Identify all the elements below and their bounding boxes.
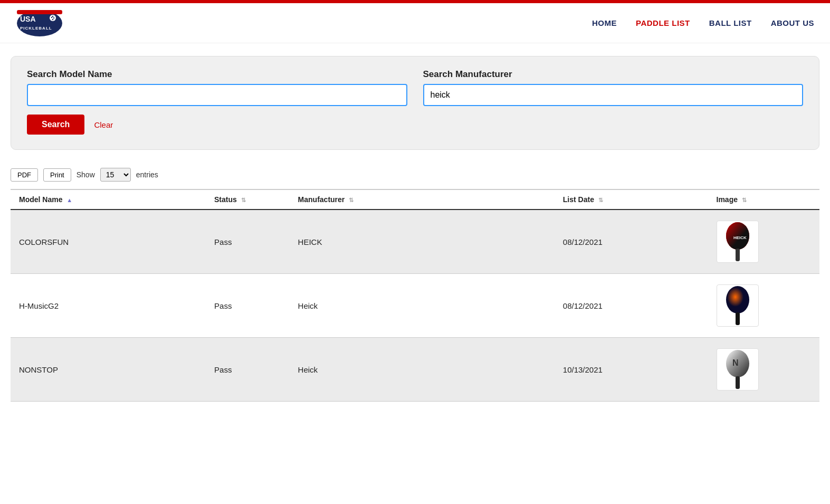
model-name-label: Search Model Name [27, 69, 407, 80]
main-nav: HOME PADDLE LIST BALL LIST ABOUT US [592, 18, 814, 27]
table-row: NONSTOP Pass Heick 10/13/2021 [11, 338, 819, 402]
status-sort-icon: ⇅ [241, 197, 246, 204]
status-cell: Pass [206, 274, 290, 338]
col-header-list-date[interactable]: List Date ⇅ [555, 189, 708, 210]
model-name-group: Search Model Name [27, 69, 407, 106]
paddle-table: Model Name ▲ Status ⇅ Manufacturer ⇅ Lis… [11, 189, 819, 402]
model-name-cell: NONSTOP [11, 338, 206, 402]
col-header-status[interactable]: Status ⇅ [206, 189, 290, 210]
svg-point-13 [726, 286, 749, 313]
manufacturer-sort-icon: ⇅ [349, 197, 354, 204]
svg-point-6 [52, 16, 53, 17]
search-actions: Search Clear [27, 115, 803, 135]
paddle-image-colorsfun: HEICK [717, 221, 759, 263]
svg-point-8 [52, 19, 53, 20]
pdf-button[interactable]: PDF [11, 168, 38, 182]
nav-ball-list[interactable]: BALL LIST [709, 18, 752, 27]
manufacturer-input[interactable] [423, 84, 804, 106]
table-row: COLORSFUN Pass HEICK 08/12/2021 [11, 210, 819, 274]
svg-text:USA: USA [20, 15, 36, 23]
svg-text:HEICK: HEICK [733, 235, 747, 240]
show-label: Show [77, 170, 95, 179]
table-body: COLORSFUN Pass HEICK 08/12/2021 [11, 210, 819, 402]
svg-rect-11 [736, 249, 740, 261]
model-name-cell: COLORSFUN [11, 210, 206, 274]
svg-rect-1 [17, 10, 62, 14]
table-header: Model Name ▲ Status ⇅ Manufacturer ⇅ Lis… [11, 189, 819, 210]
manufacturer-cell: HEICK [290, 210, 555, 274]
search-button[interactable]: Search [27, 115, 84, 135]
search-row: Search Model Name Search Manufacturer [27, 69, 803, 106]
status-cell: Pass [206, 210, 290, 274]
date-cell: 10/13/2021 [555, 338, 708, 402]
table-row: H-MusicG2 Pass Heick 08/12/2021 [11, 274, 819, 338]
date-cell: 08/12/2021 [555, 210, 708, 274]
search-panel: Search Model Name Search Manufacturer Se… [11, 56, 819, 150]
model-name-input[interactable] [27, 84, 407, 106]
nav-about-us[interactable]: ABOUT US [771, 18, 814, 27]
svg-point-5 [51, 17, 52, 18]
table-wrapper: Model Name ▲ Status ⇅ Manufacturer ⇅ Lis… [0, 189, 830, 402]
paddle-image-nonstop: N [717, 348, 759, 391]
svg-point-4 [50, 15, 56, 21]
manufacturer-cell: Heick [290, 274, 555, 338]
svg-rect-14 [736, 312, 740, 325]
manufacturer-cell: Heick [290, 338, 555, 402]
image-sort-icon: ⇅ [742, 197, 747, 204]
col-header-model-name[interactable]: Model Name ▲ [11, 189, 206, 210]
svg-text:PICKLEBALL: PICKLEBALL [20, 26, 52, 31]
manufacturer-label: Search Manufacturer [423, 69, 804, 80]
table-controls: PDF Print Show 15 10 25 50 100 entries [0, 163, 830, 187]
clear-button[interactable]: Clear [94, 120, 113, 129]
date-cell: 08/12/2021 [555, 274, 708, 338]
logo-area: USA PICKLEBALL [16, 8, 63, 37]
image-cell: N [708, 338, 819, 402]
date-sort-icon: ⇅ [598, 197, 603, 204]
model-sort-icon: ▲ [66, 197, 72, 203]
paddle-image-hmusicg2 [717, 284, 759, 327]
col-header-manufacturer[interactable]: Manufacturer ⇅ [290, 189, 555, 210]
manufacturer-group: Search Manufacturer [423, 69, 804, 106]
svg-point-7 [53, 17, 54, 18]
nav-paddle-list[interactable]: PADDLE LIST [636, 18, 690, 27]
entries-label: entries [136, 170, 158, 179]
image-cell [708, 274, 819, 338]
svg-rect-16 [736, 376, 740, 389]
print-button[interactable]: Print [43, 168, 71, 182]
col-header-image[interactable]: Image ⇅ [708, 189, 819, 210]
model-name-cell: H-MusicG2 [11, 274, 206, 338]
page-header: USA PICKLEBALL HOME PADDLE LIST BALL LIS… [0, 3, 830, 43]
entries-select[interactable]: 15 10 25 50 100 [100, 168, 131, 182]
status-cell: Pass [206, 338, 290, 402]
svg-text:N: N [732, 358, 739, 367]
logo-image: USA PICKLEBALL [16, 8, 63, 37]
nav-home[interactable]: HOME [592, 18, 617, 27]
image-cell: HEICK [708, 210, 819, 274]
